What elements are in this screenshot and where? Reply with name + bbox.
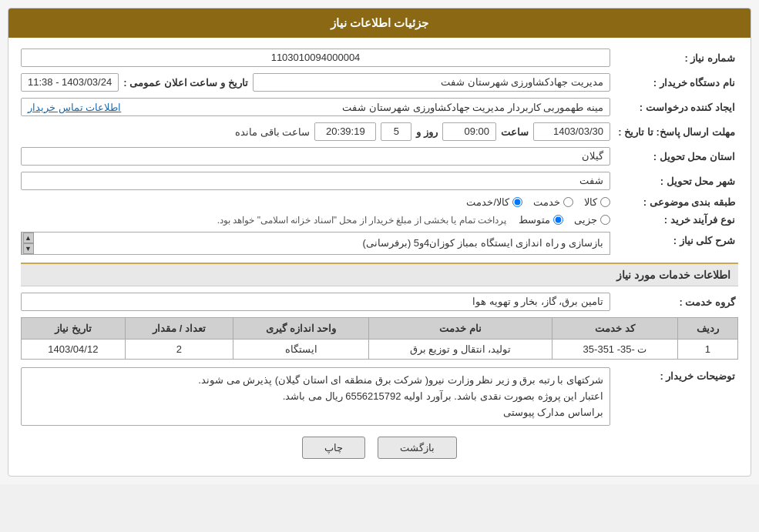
- card-body: شماره نیاز : 1103010094000004 نام دستگاه…: [8, 38, 751, 476]
- shahr-row: شهر محل تحویل : شفت: [21, 172, 738, 190]
- shahr-value: شفت: [21, 172, 610, 190]
- radio-kala-khadamat-input[interactable]: [512, 197, 522, 207]
- sharh-scrollbar[interactable]: ▲ ▼: [22, 233, 34, 254]
- table-row: 1ت -35- 351-35تولید، انتقال و توزیع برقا…: [22, 340, 738, 360]
- tabaqe-label: طبقه بندی موضوعی :: [615, 196, 738, 208]
- grouh-label: گروه خدمت :: [615, 296, 738, 308]
- radio-khadamat-label: خدمت: [533, 196, 560, 208]
- radio-kala-label: کالا: [584, 196, 597, 208]
- col-tedad: تعداد / مقدار: [125, 318, 233, 340]
- scroll-up-btn[interactable]: ▲: [23, 233, 34, 243]
- farayand-note: پرداخت تمام یا بخشی از مبلغ خریدار از مح…: [217, 215, 506, 226]
- mohlat-days: 5: [381, 122, 411, 141]
- radio-khadamat[interactable]: خدمت: [533, 196, 573, 208]
- ijad-row: ایجاد کننده درخواست : مینه طهموربی کاربر…: [21, 98, 738, 116]
- main-card: جزئیات اطلاعات نیاز شماره نیاز : 1103010…: [8, 8, 751, 477]
- sharh-row: شرح کلی نیاز : بازسازی و راه اندازی ایست…: [21, 232, 738, 255]
- cell-nam: تولید، انتقال و توزیع برق: [368, 340, 552, 360]
- ijad-label: ایجاد کننده درخواست :: [615, 102, 738, 113]
- radio-motovaset-label: متوسط: [519, 214, 550, 226]
- farayand-label: نوع فرآیند خرید :: [615, 214, 738, 226]
- page-container: جزئیات اطلاعات نیاز شماره نیاز : 1103010…: [0, 0, 759, 484]
- section2-header: اطلاعات خدمات مورد نیاز: [21, 263, 738, 286]
- ostan-label: استان محل تحویل :: [615, 151, 738, 162]
- radio-kala[interactable]: کالا: [584, 196, 610, 208]
- tosih-row: توضیحات خریدار : شرکتهای با رتبه برق و ز…: [21, 367, 738, 426]
- grouh-row: گروه خدمت : تامین برق، گاز، بخار و تهویه…: [21, 293, 738, 311]
- shomare-row: شماره نیاز : 1103010094000004: [21, 49, 738, 67]
- dastgah-value: مدیریت جهادکشاورزی شهرستان شفت: [253, 73, 610, 92]
- mohlat-time: 09:00: [442, 122, 496, 141]
- grouh-value: تامین برق، گاز، بخار و تهویه هوا: [21, 293, 610, 311]
- ijad-value: مینه طهموربی کاربردار مدیریت جهادکشاورزی…: [21, 98, 610, 116]
- shomare-label: شماره نیاز :: [615, 52, 738, 64]
- cell-vahed: ایستگاه: [233, 340, 369, 360]
- radio-kala-khadamat[interactable]: کالا/خدمت: [466, 196, 522, 208]
- col-radif: ردیف: [677, 318, 737, 340]
- cell-tarikh: 1403/04/12: [22, 340, 126, 360]
- farayand-radio-group: جزیی متوسط: [519, 214, 610, 226]
- contact-link[interactable]: اطلاعات تماس خریدار: [28, 102, 121, 113]
- cell-tedad: 2: [125, 340, 233, 360]
- back-button[interactable]: بازگشت: [378, 437, 457, 459]
- col-tarikh: تاریخ نیاز: [22, 318, 126, 340]
- mohlat-time-label: ساعت: [501, 126, 529, 138]
- cell-radif: 1: [677, 340, 737, 360]
- tosih-label: توضیحات خریدار :: [615, 367, 738, 382]
- radio-jozvi-input[interactable]: [600, 215, 610, 225]
- mohlat-date: 1403/03/30: [533, 122, 610, 141]
- farayand-row: نوع فرآیند خرید : جزیی متوسط پرداخت تمام…: [21, 214, 738, 226]
- radio-jozvi[interactable]: جزیی: [574, 214, 610, 226]
- mohlat-remaining: 20:39:19: [314, 122, 376, 141]
- col-kod: کد خدمت: [552, 318, 678, 340]
- mohlat-row: مهلت ارسال پاسخ: تا تاریخ : 1403/03/30 س…: [21, 122, 738, 141]
- header-title: جزئیات اطلاعات نیاز: [331, 16, 428, 29]
- services-table: ردیف کد خدمت نام خدمت واحد اندازه گیری ت…: [21, 317, 738, 360]
- dastgah-label: نام دستگاه خریدار :: [615, 77, 738, 89]
- col-vahed: واحد اندازه گیری: [233, 318, 369, 340]
- tabaqe-radio-group: کالا خدمت کالا/خدمت: [466, 196, 610, 208]
- scroll-down-btn[interactable]: ▼: [23, 243, 34, 254]
- tarikh-elam-value: 1403/03/24 - 11:38: [21, 73, 119, 92]
- radio-motovaset-input[interactable]: [553, 215, 563, 225]
- tarikh-elam-label: تاریخ و ساعت اعلان عمومی :: [123, 77, 247, 89]
- mohlat-remaining-label: ساعت باقی مانده: [235, 126, 310, 138]
- button-row: بازگشت چاپ: [21, 437, 738, 465]
- print-button[interactable]: چاپ: [302, 437, 365, 459]
- shahr-label: شهر محل تحویل :: [615, 176, 738, 187]
- mohlat-label: مهلت ارسال پاسخ: تا تاریخ :: [615, 126, 738, 138]
- cell-kod: ت -35- 351-35: [552, 340, 678, 360]
- radio-kala-input[interactable]: [600, 197, 610, 207]
- ostan-value: گیلان: [21, 147, 610, 166]
- sharh-label: شرح کلی نیاز :: [615, 232, 738, 246]
- radio-motovaset[interactable]: متوسط: [519, 214, 563, 226]
- ijad-text: مینه طهموربی کاربردار مدیریت جهادکشاورزی…: [342, 102, 603, 113]
- sharh-value: بازسازی و راه اندازی ایستگاه بمباز کوزان…: [34, 233, 610, 254]
- card-header: جزئیات اطلاعات نیاز: [8, 8, 751, 38]
- radio-kala-khadamat-label: کالا/خدمت: [466, 196, 509, 208]
- shomare-value: 1103010094000004: [21, 49, 610, 67]
- radio-khadamat-input[interactable]: [563, 197, 573, 207]
- radio-jozvi-label: جزیی: [574, 214, 597, 226]
- sharh-wrapper: بازسازی و راه اندازی ایستگاه بمباز کوزان…: [21, 232, 610, 255]
- mohlat-days-label: روز و: [416, 126, 438, 138]
- tosih-value: شرکتهای با رتبه برق و زیر نظر وزارت نیرو…: [21, 367, 610, 426]
- tabaqe-row: طبقه بندی موضوعی : کالا خدمت کالا/خدمت: [21, 196, 738, 208]
- section2-title: اطلاعات خدمات مورد نیاز: [616, 269, 730, 281]
- col-nam: نام خدمت: [368, 318, 552, 340]
- dastgah-tarikh-row: نام دستگاه خریدار : مدیریت جهادکشاورزی ش…: [21, 73, 738, 92]
- ostan-row: استان محل تحویل : گیلان: [21, 147, 738, 166]
